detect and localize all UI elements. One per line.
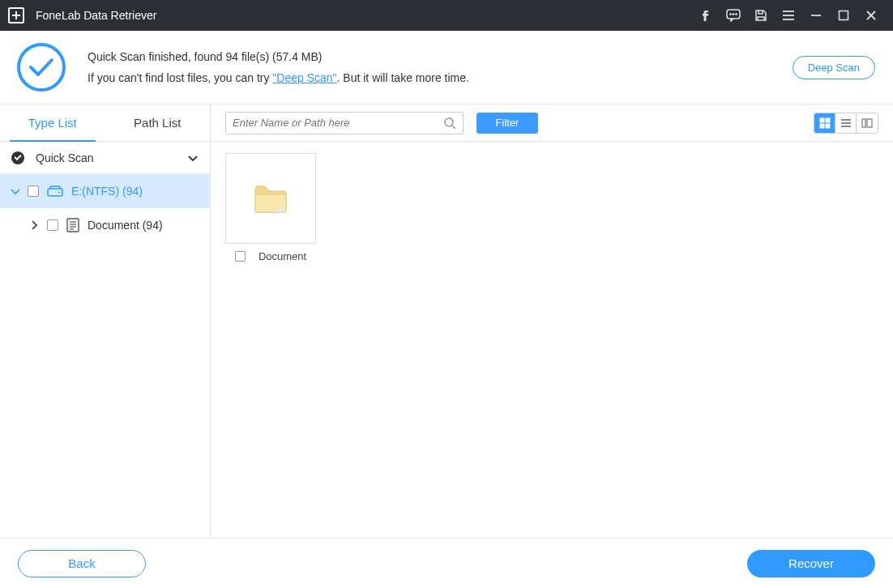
scan-status-header: Quick Scan finished, found 94 file(s) (5… <box>0 31 893 104</box>
minimize-icon[interactable] <box>802 0 830 31</box>
svg-rect-24 <box>826 118 830 122</box>
tab-type-list[interactable]: Type List <box>0 104 105 141</box>
app-title: FoneLab Data Retriever <box>36 9 156 22</box>
status-summary: Quick Scan finished, found 94 file(s) (5… <box>88 50 793 63</box>
view-grid-icon[interactable] <box>814 113 835 133</box>
back-button[interactable]: Back <box>18 550 146 577</box>
recover-button[interactable]: Recover <box>747 550 875 577</box>
svg-point-15 <box>58 192 60 194</box>
file-tree: Quick Scan E:(NTFS) (94) <box>0 142 210 242</box>
svg-point-13 <box>19 45 64 90</box>
status-hint-pre: If you can't find lost files, you can tr… <box>88 71 272 84</box>
tree-root-label: Quick Scan <box>36 151 187 164</box>
svg-point-4 <box>733 14 734 15</box>
svg-rect-14 <box>48 189 62 196</box>
tab-label: Path List <box>134 116 181 130</box>
filter-button[interactable]: Filter <box>476 113 538 134</box>
feedback-icon[interactable] <box>720 0 747 31</box>
check-filled-icon <box>11 151 24 164</box>
tree-item-label: Document (94) <box>88 219 163 232</box>
tree-item-document[interactable]: Document (94) <box>0 208 210 242</box>
deep-scan-link[interactable]: "Deep Scan" <box>272 71 336 84</box>
titlebar: FoneLab Data Retriever <box>0 0 893 31</box>
chevron-down-icon[interactable] <box>8 189 23 194</box>
search-icon[interactable] <box>443 117 456 130</box>
deep-scan-button[interactable]: Deep Scan <box>793 56 875 79</box>
svg-point-21 <box>445 118 453 126</box>
tree-item-checkbox[interactable] <box>47 219 58 231</box>
chevron-right-icon[interactable] <box>28 220 42 230</box>
svg-rect-23 <box>820 118 824 122</box>
app-logo-icon <box>8 7 24 23</box>
svg-point-32 <box>276 209 285 212</box>
folder-item-document[interactable]: Document <box>225 153 316 262</box>
svg-point-5 <box>736 14 737 15</box>
chevron-down-icon[interactable] <box>187 151 199 164</box>
folder-item-label: Document <box>258 250 306 262</box>
folder-icon <box>253 183 288 214</box>
facebook-icon[interactable] <box>692 0 720 31</box>
status-hint-post: . But it will take more time. <box>337 71 469 84</box>
svg-line-22 <box>452 126 455 129</box>
content-grid: Document <box>211 142 893 537</box>
svg-rect-10 <box>840 11 848 20</box>
tree-item-checkbox[interactable] <box>28 185 39 197</box>
svg-rect-30 <box>862 119 865 127</box>
tab-path-list[interactable]: Path List <box>105 104 211 141</box>
tree-root-quick-scan[interactable]: Quick Scan <box>0 142 210 174</box>
success-check-icon <box>16 42 66 92</box>
save-icon[interactable] <box>747 0 775 31</box>
sidebar-tabs: Type List Path List <box>0 104 210 142</box>
view-detail-icon[interactable] <box>857 113 878 133</box>
menu-icon[interactable] <box>775 0 802 31</box>
folder-thumbnail[interactable] <box>225 153 316 244</box>
sidebar: Type List Path List Quick Scan E:(NTFS) … <box>0 104 211 537</box>
search-box[interactable] <box>225 112 464 134</box>
close-icon[interactable] <box>857 0 885 31</box>
status-hint: If you can't find lost files, you can tr… <box>88 71 793 84</box>
search-input[interactable] <box>233 117 443 129</box>
folder-item-checkbox[interactable] <box>235 251 246 262</box>
view-list-icon[interactable] <box>835 113 857 133</box>
main-toolbar: Filter <box>211 104 893 142</box>
svg-rect-16 <box>67 219 79 232</box>
tab-label: Type List <box>28 116 77 130</box>
document-icon <box>66 218 79 232</box>
svg-rect-31 <box>867 119 872 127</box>
tree-item-drive-e[interactable]: E:(NTFS) (94) <box>0 174 210 208</box>
maximize-icon[interactable] <box>830 0 857 31</box>
svg-rect-25 <box>820 124 824 128</box>
tree-item-label: E:(NTFS) (94) <box>71 185 143 198</box>
drive-icon <box>47 185 63 197</box>
footer: Back Recover <box>0 538 893 588</box>
svg-point-3 <box>730 14 732 15</box>
view-mode-toggle <box>814 113 878 134</box>
main-panel: Filter <box>211 104 893 537</box>
svg-rect-26 <box>826 124 830 128</box>
